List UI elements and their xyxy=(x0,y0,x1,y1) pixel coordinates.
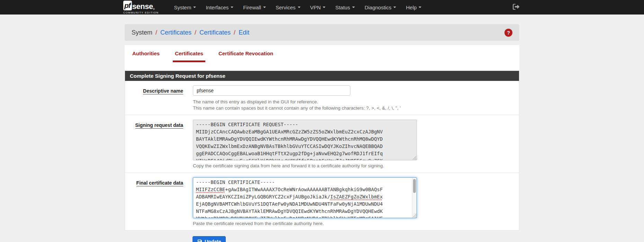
breadcrumb-link-edit[interactable]: Edit xyxy=(239,29,249,36)
final-certificate-label: Final certificate data xyxy=(136,180,183,186)
menu-item-interfaces[interactable]: Interfaces xyxy=(201,1,238,14)
breadcrumb-separator: / xyxy=(195,29,196,36)
menu-item-status[interactable]: Status xyxy=(330,1,360,14)
final-certificate-input-col: -----BEGIN CERTIFICATE-----MIIFZzCCBE+gA… xyxy=(193,177,514,227)
chevron-down-icon xyxy=(419,7,421,8)
final-certificate-row: Final certificate data -----BEGIN CERTIF… xyxy=(125,173,519,230)
update-button[interactable]: Update xyxy=(193,236,226,242)
menu-item-firewall-label: Firewall xyxy=(243,4,261,10)
top-navbar: pf sense ® COMMUNITY EDITION System Inte… xyxy=(0,0,644,15)
pfsense-logo-sense-text: sense xyxy=(132,3,153,10)
descriptive-name-label-col: Descriptive name xyxy=(125,85,193,111)
chevron-down-icon xyxy=(263,7,266,8)
tab-certificate-revocation[interactable]: Certificate Revocation xyxy=(216,50,275,62)
breadcrumb-link-certificates-2[interactable]: Certificates xyxy=(199,29,231,36)
content-sheet: Authorities Certificates Certificate Rev… xyxy=(125,45,519,231)
signing-request-row: Signing request data -----BEGIN CERTIFIC… xyxy=(125,115,519,173)
menu-item-vpn[interactable]: VPN xyxy=(305,1,331,14)
pfsense-logo-pf-badge: pf xyxy=(123,1,132,10)
pfsense-logo[interactable]: pf sense ® COMMUNITY EDITION xyxy=(123,1,159,14)
breadcrumb-link-certificates[interactable]: Certificates xyxy=(160,29,191,36)
page-content: System / Certificates / Certificates / E… xyxy=(125,24,519,242)
breadcrumb-root: System xyxy=(132,29,152,36)
sign-out-icon xyxy=(513,4,519,10)
signing-request-help: Copy the certificate signing data from h… xyxy=(193,163,514,169)
registered-trademark-glyph: ® xyxy=(153,8,155,10)
chevron-down-icon xyxy=(352,7,355,8)
scrollbar-thumb[interactable] xyxy=(413,179,416,193)
pfsense-logo-edition-text: COMMUNITY EDITION xyxy=(123,11,159,14)
menu-item-diagnostics-label: Diagnostics xyxy=(365,4,392,10)
save-icon xyxy=(197,239,202,242)
signing-request-panel: Complete Signing Request for pfsense Des… xyxy=(125,71,519,231)
question-mark-icon: ? xyxy=(507,30,510,36)
form-actions: Update xyxy=(125,231,519,242)
signing-request-input-col: -----BEGIN CERTIFICATE REQUEST-----MIIDj… xyxy=(193,120,514,169)
vertical-scrollbar[interactable] xyxy=(412,178,417,218)
menu-item-help-label: Help xyxy=(406,4,417,10)
breadcrumb-separator: / xyxy=(155,29,157,36)
signing-request-textarea[interactable]: -----BEGIN CERTIFICATE REQUEST-----MIIDj… xyxy=(193,120,417,160)
menu-item-vpn-label: VPN xyxy=(310,4,321,10)
menu-item-interfaces-label: Interfaces xyxy=(206,4,229,10)
update-button-label: Update xyxy=(205,239,221,242)
descriptive-name-help-line1: The name of this entry as displayed in t… xyxy=(193,99,514,105)
page-help-button[interactable]: ? xyxy=(504,29,512,37)
pfsense-logo-wordmark: pf sense ® xyxy=(123,1,159,10)
signing-request-label: Signing request data xyxy=(135,122,183,129)
descriptive-name-input-col: The name of this entry as displayed in t… xyxy=(193,85,514,111)
navbar-container: pf sense ® COMMUNITY EDITION System Inte… xyxy=(123,0,521,15)
signing-request-label-col: Signing request data xyxy=(125,120,193,169)
descriptive-name-row: Descriptive name The name of this entry … xyxy=(125,81,519,115)
chevron-down-icon xyxy=(393,7,396,8)
signing-request-textarea-wrap: -----BEGIN CERTIFICATE REQUEST-----MIIDj… xyxy=(193,120,417,160)
panel-title: Complete Signing Request for pfsense xyxy=(125,71,519,81)
chevron-down-icon xyxy=(323,7,325,8)
breadcrumb-separator: / xyxy=(234,29,235,36)
menu-item-help[interactable]: Help xyxy=(401,1,426,14)
logout-button[interactable] xyxy=(511,1,521,14)
chevron-down-icon xyxy=(298,7,301,8)
menu-item-status-label: Status xyxy=(335,4,350,10)
final-certificate-textarea-wrap: -----BEGIN CERTIFICATE-----MIIFZzCCBE+gA… xyxy=(193,177,417,218)
menu-item-services[interactable]: Services xyxy=(271,1,305,14)
menu-item-services-label: Services xyxy=(276,4,296,10)
tab-certificates[interactable]: Certificates xyxy=(173,50,205,62)
breadcrumb-bar: System / Certificates / Certificates / E… xyxy=(125,24,519,41)
main-menu: System Interfaces Firewall Services VPN … xyxy=(169,1,511,14)
menu-item-system-label: System xyxy=(174,4,191,10)
breadcrumb: System / Certificates / Certificates / E… xyxy=(132,29,249,36)
menu-item-firewall[interactable]: Firewall xyxy=(238,1,271,14)
chevron-down-icon xyxy=(193,7,196,8)
final-certificate-textarea[interactable]: -----BEGIN CERTIFICATE-----MIIFZzCCBE+gA… xyxy=(193,177,417,218)
menu-item-diagnostics[interactable]: Diagnostics xyxy=(360,1,401,14)
menu-item-system[interactable]: System xyxy=(169,1,201,14)
certificate-tabs: Authorities Certificates Certificate Rev… xyxy=(125,45,519,62)
final-certificate-label-col: Final certificate data xyxy=(125,177,193,227)
descriptive-name-help-line2: This name can contain spaces but it cann… xyxy=(193,105,514,111)
chevron-down-icon xyxy=(231,7,233,8)
tab-authorities[interactable]: Authorities xyxy=(130,50,162,62)
navbar-right-section xyxy=(511,1,521,14)
panel-body: Descriptive name The name of this entry … xyxy=(125,81,519,230)
descriptive-name-input[interactable] xyxy=(193,85,350,96)
descriptive-name-label: Descriptive name xyxy=(143,88,183,94)
final-certificate-help: Paste the certificate received from the … xyxy=(193,221,514,227)
